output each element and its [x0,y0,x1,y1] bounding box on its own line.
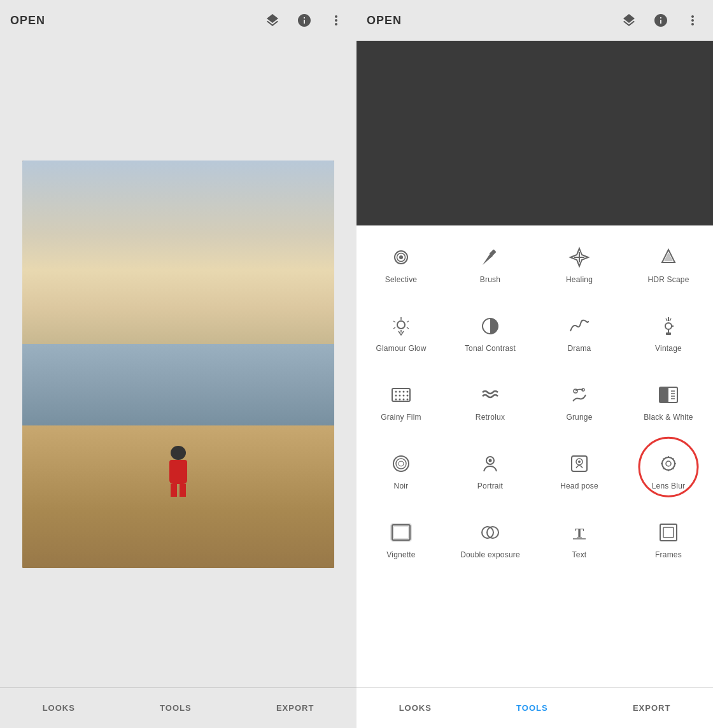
export-tab-left[interactable]: EXPORT [264,698,327,718]
brush-label: Brush [480,275,500,285]
layers-icon-right[interactable] [619,10,639,31]
vintage-label: Vintage [655,344,682,354]
tool-hdr-scape[interactable]: HDR Scape [624,232,713,296]
healing-label: Healing [566,275,593,285]
info-icon-right[interactable] [651,10,671,31]
tools-grid: Selective Brush [356,225,713,687]
open-button-left[interactable]: OPEN [10,14,45,27]
left-panel: OPEN [0,0,356,728]
brush-icon [477,245,503,270]
text-label: Text [572,550,587,560]
left-header: OPEN [0,0,356,41]
svg-point-19 [399,395,401,397]
tool-black-white[interactable]: Black & White [624,369,713,433]
svg-rect-57 [660,524,677,541]
beach-sand [22,425,334,568]
svg-point-40 [578,460,581,463]
info-icon-left[interactable] [294,10,314,31]
tool-lens-blur[interactable]: Lens Blur [624,438,713,502]
double-exposure-icon [477,520,503,545]
tool-drama[interactable]: Drama [535,301,624,364]
tool-head-pose[interactable]: Head pose [535,438,624,502]
more-icon-right[interactable] [682,10,703,31]
tool-vintage[interactable]: Vintage [624,301,713,364]
figure-body [169,460,187,484]
svg-point-10 [665,323,672,329]
head-pose-icon [567,451,592,476]
grainy-film-icon [388,382,414,408]
double-exposure-label: Double exposure [460,550,520,560]
svg-rect-58 [663,527,674,538]
right-header: OPEN [356,0,713,41]
selective-label: Selective [385,275,418,285]
svg-point-1 [399,255,403,259]
hdr-scape-icon [656,245,681,270]
tools-row-1: Selective Brush [356,232,713,296]
head-pose-label: Head pose [560,482,598,492]
svg-point-16 [403,391,405,393]
open-button-right[interactable]: OPEN [367,14,402,27]
tool-noir[interactable]: Noir [356,438,446,502]
svg-line-50 [663,468,665,469]
looks-tab-right[interactable]: LOOKS [386,698,444,718]
tool-text[interactable]: T Text [535,507,624,571]
tool-glamour-glow[interactable]: Glamour Glow [356,301,446,364]
tools-row-5: Vignette Double exposure T [356,507,713,571]
grunge-icon [567,382,592,408]
looks-tab-left[interactable]: LOOKS [30,698,88,718]
portrait-icon [477,451,503,476]
grainy-film-label: Grainy Film [381,413,421,423]
frames-label: Frames [655,550,682,560]
frames-icon [656,520,681,545]
portrait-label: Portrait [477,482,503,492]
black-white-label: Black & White [644,413,693,423]
glamour-glow-label: Glamour Glow [376,344,426,354]
tool-grunge[interactable]: Grunge [535,369,624,433]
noir-icon [388,451,414,476]
more-icon-left[interactable] [326,10,346,31]
beach-sky [22,161,334,344]
svg-point-22 [395,399,397,401]
beach-water [22,344,334,425]
svg-point-18 [395,395,397,397]
tonal-contrast-label: Tonal Contrast [465,344,516,354]
tool-brush[interactable]: Brush [446,232,535,296]
tool-healing[interactable]: Healing [535,232,624,296]
svg-line-49 [673,459,674,460]
tool-vignette[interactable]: Vignette [356,507,446,571]
tool-grainy-film[interactable]: Grainy Film [356,369,446,433]
layers-icon-left[interactable] [262,10,283,31]
tool-frames[interactable]: Frames [624,507,713,571]
glamour-glow-icon [388,313,414,339]
bottom-nav-right: LOOKS TOOLS EXPORT [356,687,713,728]
drama-label: Drama [567,344,591,354]
dark-preview-area [356,41,713,225]
tool-tonal-contrast[interactable]: Tonal Contrast [446,301,535,364]
hdr-scape-label: HDR Scape [647,275,689,285]
tool-double-exposure[interactable]: Double exposure [446,507,535,571]
svg-point-24 [403,399,405,401]
photo-container [22,161,334,568]
noir-label: Noir [394,482,409,492]
svg-point-17 [407,391,409,393]
svg-point-37 [489,459,492,462]
svg-point-23 [399,399,401,401]
tool-portrait[interactable]: Portrait [446,438,535,502]
vignette-icon [388,520,414,545]
svg-point-34 [396,459,406,469]
svg-point-20 [403,395,405,397]
tools-tab-right[interactable]: TOOLS [504,698,561,718]
tonal-contrast-icon [477,313,503,339]
export-tab-right[interactable]: EXPORT [620,698,683,718]
bottom-nav-left: LOOKS TOOLS EXPORT [0,687,356,728]
retrolux-label: Retrolux [476,413,505,423]
left-header-icons [262,10,346,31]
tools-row-4: Noir Portrait [356,438,713,502]
svg-rect-52 [392,525,410,540]
tool-selective[interactable]: Selective [356,232,446,296]
lens-blur-icon [656,451,681,476]
retrolux-icon [477,382,503,408]
tool-retrolux[interactable]: Retrolux [446,369,535,433]
svg-point-25 [407,399,409,401]
tools-tab-left[interactable]: TOOLS [147,698,204,718]
